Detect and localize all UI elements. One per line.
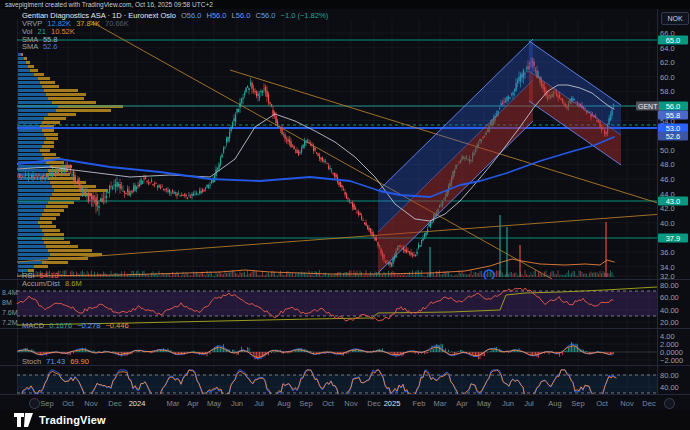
- macd-line-value: −0.278: [77, 321, 100, 330]
- time-axis-month-label[interactable]: Jul: [254, 399, 264, 408]
- axis-tick-label: 80.00: [660, 281, 679, 290]
- time-axis-year-label[interactable]: 2025: [384, 399, 401, 408]
- axis-tick-label: 50.0: [660, 145, 675, 154]
- snapshot-attribution-bar: savepigiment created with TradingView.co…: [0, 0, 690, 9]
- vrvp-value-2: 37.84K: [76, 19, 100, 28]
- axis-tick-label: 46.0: [660, 175, 675, 184]
- accum-dist-label: Accum/Dist: [22, 279, 60, 288]
- time-axis-month-label[interactable]: Jun: [502, 399, 514, 408]
- chart-area[interactable]: Gentian Diagnostics ASA · 1D · Euronext …: [0, 9, 690, 394]
- left-indicator-axis[interactable]: 8.4M8M7.6M7.2M: [0, 9, 17, 394]
- price-axis[interactable]: 66.064.062.060.058.054.050.048.046.044.0…: [658, 9, 690, 394]
- main-pane[interactable]: [17, 21, 690, 280]
- stoch-legend-row[interactable]: Stoch 71.43 69.90: [22, 358, 89, 366]
- time-axis[interactable]: SepOctNovDec2024MarAprMayJunJulAugSepOct…: [0, 394, 690, 411]
- time-axis-month-label[interactable]: Aug: [548, 399, 561, 408]
- axis-tick-label: 20.00: [660, 318, 679, 327]
- time-axis-month-label[interactable]: Nov: [620, 399, 633, 408]
- time-axis-month-label[interactable]: Oct: [62, 399, 74, 408]
- currency-button[interactable]: NOK: [661, 12, 689, 25]
- price-label: 37.9: [658, 234, 688, 243]
- time-axis-month-label[interactable]: Feb: [413, 399, 426, 408]
- price-chart-canvas[interactable]: [0, 9, 690, 394]
- price-label: 55.8: [658, 111, 688, 120]
- time-axis-month-label[interactable]: May: [477, 399, 491, 408]
- axis-tick-label: −2.000: [660, 356, 683, 365]
- time-axis-month-label[interactable]: Nov: [344, 399, 357, 408]
- stoch-label: Stoch: [22, 357, 41, 366]
- accum-dist-legend-row[interactable]: Accum/Dist 8.6M: [22, 280, 82, 288]
- time-axis-month-label[interactable]: Oct: [322, 399, 334, 408]
- tradingview-logo-icon: [14, 413, 33, 427]
- left-axis-tick-label: 8M: [2, 299, 12, 306]
- time-axis-month-label[interactable]: Nov: [84, 399, 97, 408]
- axis-tick-label: 48.0: [660, 160, 675, 169]
- time-axis-month-label[interactable]: Oct: [596, 399, 608, 408]
- sma-slow-value: 52.6: [43, 42, 58, 51]
- time-axis-month-label[interactable]: Sep: [40, 399, 53, 408]
- macd-hist-value: 0.1676: [49, 321, 72, 330]
- time-axis-month-label[interactable]: May: [207, 399, 221, 408]
- time-axis-month-label[interactable]: Dec: [367, 399, 380, 408]
- vrvp-value-3: 70.66K: [105, 19, 129, 28]
- low-value: 56.0: [236, 11, 251, 20]
- change-value: −1.0 (−1.82%): [281, 11, 329, 20]
- axis-tick-label: 40.0: [660, 218, 675, 227]
- time-axis-month-label[interactable]: Apr: [456, 399, 468, 408]
- time-axis-month-label[interactable]: Mar: [434, 399, 447, 408]
- macd-label: MACD: [22, 321, 44, 330]
- time-axis-month-label[interactable]: Jun: [231, 399, 243, 408]
- time-axis-month-label[interactable]: Aug: [277, 399, 290, 408]
- stoch-k-value: 71.43: [46, 357, 65, 366]
- accum-dist-value: 8.6M: [65, 279, 82, 288]
- axis-tick-label: 60.0: [660, 72, 675, 81]
- axis-settings-icon[interactable]: [664, 398, 675, 409]
- time-axis-month-label[interactable]: Sep: [571, 399, 584, 408]
- sma-slow-label: SMA: [22, 42, 38, 51]
- macd-legend-row[interactable]: MACD 0.1676 −0.278 −0.446: [22, 322, 129, 330]
- time-axis-month-label[interactable]: Dec: [642, 399, 655, 408]
- tradingview-snapshot: savepigiment created with TradingView.co…: [0, 0, 690, 430]
- time-axis-month-label[interactable]: Mar: [167, 399, 180, 408]
- brand-name: TradingView: [39, 414, 106, 426]
- price-label: 65.0: [658, 36, 688, 45]
- clock-icon[interactable]: [29, 398, 40, 409]
- macd-signal-value: −0.446: [105, 321, 128, 330]
- time-axis-month-label[interactable]: Dec: [108, 399, 121, 408]
- left-axis-tick-label: 7.6M: [2, 309, 18, 316]
- price-label: 52.6: [658, 132, 688, 141]
- sma-slow-legend-row[interactable]: SMA 52.6: [22, 43, 58, 51]
- price-label: 43.0: [658, 197, 688, 206]
- axis-tick-label: 80.00: [660, 371, 679, 380]
- axis-tick-label: 60.00: [660, 293, 679, 302]
- stoch-d-value: 69.90: [70, 357, 89, 366]
- left-axis-tick-label: 8.4M: [2, 289, 18, 296]
- close-value: 56.0: [261, 11, 276, 20]
- axis-tick-label: 32.0: [660, 272, 675, 281]
- axis-tick-label: 34.0: [660, 262, 675, 271]
- left-axis-tick-label: 7.2M: [2, 319, 18, 326]
- time-axis-month-label[interactable]: Apr: [187, 399, 199, 408]
- open-value: 56.0: [187, 11, 202, 20]
- symbol-price-tag: GENT: [636, 102, 659, 111]
- axis-tick-label: 36.0: [660, 248, 675, 257]
- time-axis-month-label[interactable]: Jul: [524, 399, 534, 408]
- attribution-text: savepigiment created with TradingView.co…: [5, 1, 213, 8]
- time-axis-month-label[interactable]: Sep: [299, 399, 312, 408]
- price-label: 56.0: [658, 102, 688, 111]
- axis-tick-label: 62.0: [660, 58, 675, 67]
- axis-tick-label: 58.0: [660, 87, 675, 96]
- axis-tick-label: 40.00: [660, 306, 679, 315]
- footer-bar: TradingView: [0, 410, 690, 430]
- axis-tick-label: 40.00: [660, 383, 679, 392]
- high-value: 56.0: [212, 11, 227, 20]
- time-axis-year-label[interactable]: 2024: [129, 399, 146, 408]
